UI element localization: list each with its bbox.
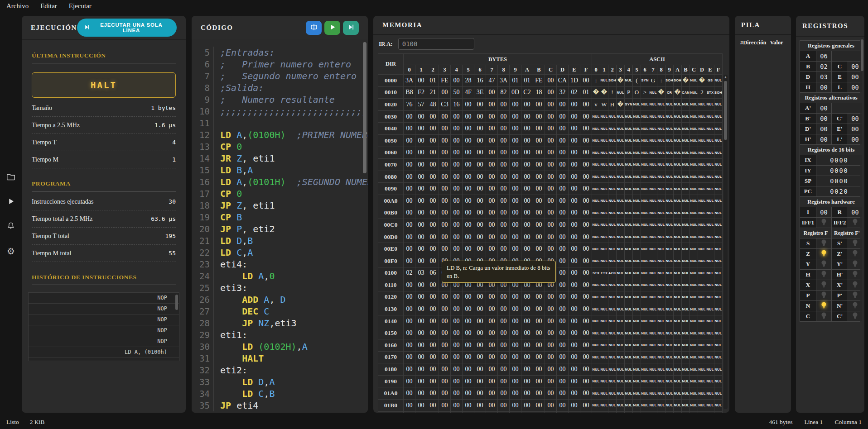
memory-byte-cell[interactable]: 03 — [415, 267, 427, 279]
memory-byte-cell[interactable]: 00 — [569, 207, 580, 219]
memory-byte-cell[interactable]: 00 — [569, 279, 580, 291]
memory-byte-cell[interactable]: 00 — [557, 327, 569, 339]
memory-byte-cell[interactable]: 00 — [533, 411, 545, 413]
code-line-text[interactable]: LD D,A — [214, 376, 275, 388]
memory-byte-cell[interactable]: 00 — [533, 303, 545, 315]
memory-byte-cell[interactable]: 00 — [498, 207, 510, 219]
registers-scrollbar[interactable] — [861, 39, 863, 71]
memory-byte-cell[interactable]: 00 — [521, 351, 533, 363]
memory-byte-cell[interactable]: 00 — [486, 339, 498, 352]
memory-byte-cell[interactable]: 00 — [474, 400, 486, 412]
memory-byte-cell[interactable]: 00 — [498, 327, 510, 339]
memory-byte-cell[interactable]: 00 — [580, 134, 592, 147]
memory-byte-cell[interactable]: 00 — [580, 231, 592, 243]
memory-byte-cell[interactable]: 00 — [557, 291, 569, 303]
memory-byte-cell[interactable]: 00 — [474, 123, 486, 135]
memory-byte-cell[interactable]: 00 — [557, 110, 569, 123]
memory-byte-cell[interactable]: 00 — [427, 195, 439, 207]
memory-byte-cell[interactable]: 00 — [510, 339, 521, 352]
memory-byte-cell[interactable]: 00 — [510, 363, 521, 376]
memory-byte-cell[interactable]: 00 — [463, 243, 474, 255]
memory-byte-cell[interactable]: 00 — [580, 375, 592, 387]
memory-byte-cell[interactable]: 00 — [415, 243, 427, 255]
memory-byte-cell[interactable]: 00 — [521, 303, 533, 315]
memory-byte-cell[interactable]: 00 — [533, 219, 545, 231]
memory-byte-cell[interactable]: 00 — [580, 99, 592, 111]
memory-byte-cell[interactable]: 00 — [427, 219, 439, 231]
code-line-text[interactable]: ADD A, D — [214, 294, 286, 305]
code-line-text[interactable]: ; Segundo numero entero — [214, 70, 357, 82]
memory-byte-cell[interactable]: 00 — [463, 207, 474, 219]
register-value[interactable]: 00 — [848, 134, 862, 144]
memory-byte-cell[interactable]: 00 — [474, 195, 486, 207]
code-line-text[interactable]: JP Z, eti1 — [214, 200, 275, 211]
memory-byte-cell[interactable]: 00 — [545, 207, 557, 219]
memory-byte-cell[interactable]: 00 — [439, 219, 451, 231]
memory-byte-cell[interactable]: 00 — [474, 327, 486, 339]
register-value[interactable]: 00 — [816, 114, 831, 124]
memory-byte-cell[interactable]: 00 — [557, 375, 569, 387]
memory-byte-cell[interactable]: 00 — [569, 315, 580, 327]
memory-byte-cell[interactable]: 00 — [404, 207, 415, 219]
memory-byte-cell[interactable]: 00 — [498, 219, 510, 231]
code-line-text[interactable]: LD (0102H),A — [214, 341, 308, 353]
memory-byte-cell[interactable]: 00 — [510, 387, 521, 400]
memory-byte-cell[interactable]: 00 — [474, 219, 486, 231]
code-line-text[interactable]: CP 0 — [214, 141, 242, 153]
memory-byte-cell[interactable]: 00 — [533, 183, 545, 195]
memory-byte-cell[interactable]: 00 — [545, 99, 557, 111]
memory-byte-cell[interactable]: 00 — [451, 171, 463, 183]
flag-toggle[interactable] — [816, 311, 831, 321]
code-line-text[interactable]: ; Primer numero entero — [214, 58, 351, 70]
flag-toggle[interactable] — [848, 311, 862, 321]
memory-byte-cell[interactable]: 00 — [463, 134, 474, 147]
code-line-text[interactable]: ; Numero resultante — [214, 94, 335, 105]
memory-byte-cell[interactable]: 00 — [439, 243, 451, 255]
memory-byte-cell[interactable]: 00 — [439, 339, 451, 352]
memory-byte-cell[interactable]: 00 — [427, 315, 439, 327]
memory-byte-cell[interactable]: 00 — [486, 315, 498, 327]
memory-byte-cell[interactable]: 00 — [415, 375, 427, 387]
memory-byte-cell[interactable]: 00 — [545, 375, 557, 387]
menu-item-editar[interactable]: Editar — [40, 2, 57, 10]
memory-byte-cell[interactable]: 00 — [510, 315, 521, 327]
memory-byte-cell[interactable]: 00 — [439, 134, 451, 147]
memory-byte-cell[interactable]: 00 — [521, 195, 533, 207]
memory-byte-cell[interactable]: 00 — [569, 400, 580, 412]
memory-byte-cell[interactable]: 00 — [415, 219, 427, 231]
memory-byte-cell[interactable]: 00 — [427, 134, 439, 147]
memory-byte-cell[interactable]: 00 — [439, 195, 451, 207]
memory-byte-cell[interactable]: 00 — [569, 219, 580, 231]
memory-byte-cell[interactable]: 00 — [545, 411, 557, 413]
memory-byte-cell[interactable]: 00 — [463, 183, 474, 195]
memory-byte-cell[interactable]: 00 — [510, 195, 521, 207]
memory-byte-cell[interactable]: 00 — [404, 339, 415, 352]
memory-byte-cell[interactable]: 00 — [510, 351, 521, 363]
memory-byte-cell[interactable]: 00 — [580, 339, 592, 352]
memory-byte-cell[interactable]: 00 — [415, 411, 427, 413]
memory-byte-cell[interactable]: 00 — [439, 375, 451, 387]
memory-byte-cell[interactable]: 00 — [486, 387, 498, 400]
memory-byte-cell[interactable]: 00 — [451, 110, 463, 123]
memory-byte-cell[interactable]: 00 — [451, 339, 463, 352]
memory-byte-cell[interactable]: 00 — [545, 147, 557, 159]
memory-byte-cell[interactable]: 00 — [463, 375, 474, 387]
flag-toggle[interactable] — [848, 238, 862, 248]
memory-byte-cell[interactable]: C3 — [439, 99, 451, 111]
memory-byte-cell[interactable]: 00 — [463, 400, 474, 412]
memory-byte-cell[interactable]: 00 — [427, 363, 439, 376]
memory-byte-cell[interactable]: 00 — [533, 351, 545, 363]
memory-byte-cell[interactable]: 00 — [580, 279, 592, 291]
memory-byte-cell[interactable]: 00 — [557, 134, 569, 147]
memory-byte-cell[interactable]: 00 — [510, 231, 521, 243]
memory-byte-cell[interactable]: 00 — [569, 339, 580, 352]
memory-byte-cell[interactable]: 00 — [580, 363, 592, 376]
memory-byte-cell[interactable]: 00 — [498, 400, 510, 412]
memory-byte-cell[interactable]: 00 — [580, 207, 592, 219]
memory-byte-cell[interactable]: 00 — [474, 351, 486, 363]
memory-byte-cell[interactable]: 00 — [439, 123, 451, 135]
code-line-text[interactable]: ;;;;;;;;;;;;;;;;;;;;;;;;;;;;;;;;;;;;;;;;… — [214, 105, 368, 117]
memory-byte-cell[interactable]: 00 — [580, 219, 592, 231]
memory-byte-cell[interactable]: 00 — [498, 351, 510, 363]
memory-byte-cell[interactable]: 00 — [569, 123, 580, 135]
